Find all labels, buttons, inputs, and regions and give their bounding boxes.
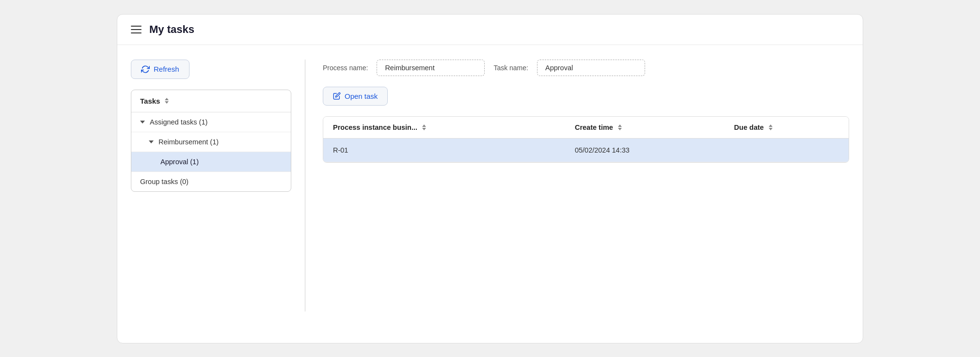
tree-item-approval[interactable]: Approval (1) [131, 152, 291, 172]
tree-item-group-tasks[interactable]: Group tasks (0) [131, 172, 291, 191]
refresh-icon [141, 65, 150, 74]
sidebar: Refresh Tasks Assigned tasks (1) [131, 60, 305, 311]
col-label-create-time: Create time [575, 124, 613, 131]
col-sort-due-date[interactable] [769, 124, 773, 130]
col-sort-business-key[interactable] [422, 124, 426, 130]
cell-create-time: 05/02/2024 14:33 [565, 138, 725, 162]
col-label-due-date: Due date [734, 124, 764, 131]
tasks-header-label: Tasks [140, 97, 160, 105]
page-title: My tasks [149, 23, 194, 36]
open-task-button[interactable]: Open task [323, 87, 388, 106]
task-tree: Assigned tasks (1) Reimbursement (1) App… [131, 112, 291, 191]
chevron-down-icon [149, 140, 154, 143]
refresh-button[interactable]: Refresh [131, 60, 190, 79]
tree-item-label: Assigned tasks (1) [150, 118, 207, 126]
tree-item-label: Approval (1) [160, 158, 199, 166]
pencil-icon [333, 92, 341, 100]
tree-item-label: Group tasks (0) [140, 178, 189, 186]
cell-business-key: R-01 [323, 138, 565, 162]
process-name-label: Process name: [323, 64, 368, 72]
main-layout: Refresh Tasks Assigned tasks (1) [117, 45, 863, 326]
col-sort-create-time[interactable] [618, 124, 622, 130]
tasks-panel: Tasks Assigned tasks (1) Reim [131, 90, 291, 192]
tree-item-label: Reimbursement (1) [158, 138, 219, 146]
col-header-business-key[interactable]: Process instance busin... [323, 117, 565, 139]
cell-due-date [725, 138, 849, 162]
task-name-input[interactable] [537, 60, 645, 76]
col-label-business-key: Process instance busin... [333, 124, 417, 131]
table-row[interactable]: R-01 05/02/2024 14:33 [323, 138, 849, 162]
data-table: Process instance busin... Create time [323, 117, 849, 162]
hamburger-icon[interactable] [131, 26, 142, 33]
tasks-panel-header: Tasks [131, 90, 291, 112]
app-container: My tasks Refresh Tasks [117, 14, 863, 343]
tasks-sort-icon[interactable] [165, 98, 169, 104]
header: My tasks [117, 15, 863, 45]
process-name-input[interactable] [377, 60, 485, 76]
tree-item-reimbursement[interactable]: Reimbursement (1) [131, 132, 291, 152]
refresh-label: Refresh [154, 65, 179, 73]
col-header-due-date[interactable]: Due date [725, 117, 849, 139]
task-name-label: Task name: [493, 64, 528, 72]
chevron-down-icon [140, 121, 145, 124]
tree-item-assigned-tasks[interactable]: Assigned tasks (1) [131, 112, 291, 132]
open-task-label: Open task [345, 92, 378, 100]
table-header-row: Process instance busin... Create time [323, 117, 849, 139]
filter-row: Process name: Task name: [323, 60, 849, 76]
col-header-create-time[interactable]: Create time [565, 117, 725, 139]
data-table-wrapper: Process instance busin... Create time [323, 116, 849, 163]
content-area: Process name: Task name: Open task [305, 60, 849, 311]
